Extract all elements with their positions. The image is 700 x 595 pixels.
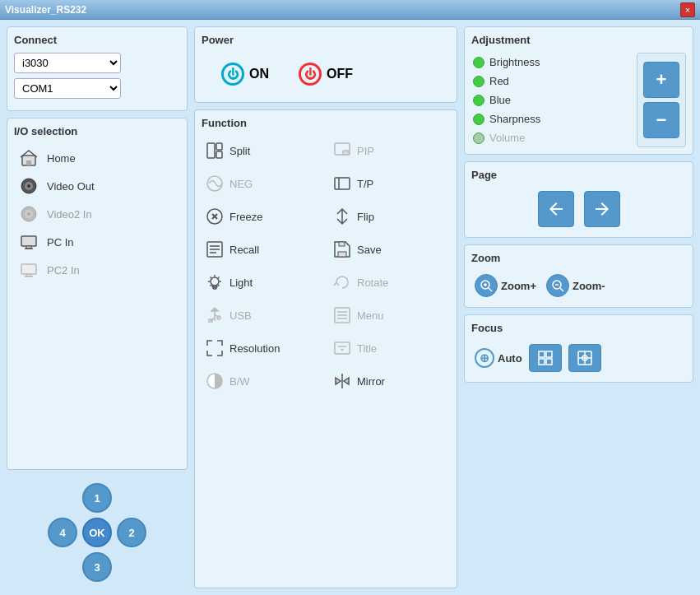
func-item-resolution[interactable]: Resolution xyxy=(202,333,322,363)
device-select[interactable]: i3030 xyxy=(14,53,121,73)
function-section: Function SplitPIPNEGT/PFreezeFlipRecallS… xyxy=(194,109,457,588)
func-label-light: Light xyxy=(229,277,253,289)
io-pcin[interactable]: PC In xyxy=(14,228,180,256)
power-on-button[interactable]: ⏻ ON xyxy=(215,59,276,89)
zoom-plus-button[interactable]: Zoom+ xyxy=(475,274,536,297)
svg-rect-14 xyxy=(207,143,215,158)
adjustment-section: Adjustment BrightnessRedBlueSharpnessVol… xyxy=(464,26,693,155)
brightness-label: Brightness xyxy=(489,56,540,68)
zoom-minus-button[interactable]: Zoom- xyxy=(546,274,605,297)
func-item-save[interactable]: Save xyxy=(329,235,450,264)
func-item-flip[interactable]: Flip xyxy=(329,202,450,231)
func-item-menu: Menu xyxy=(329,300,450,330)
func-item-tp[interactable]: T/P xyxy=(329,169,450,198)
func-label-neg: NEG xyxy=(229,178,253,190)
adj-items: BrightnessRedBlueSharpnessVolume xyxy=(471,53,630,147)
svg-rect-49 xyxy=(335,342,350,354)
io-home-label: Home xyxy=(47,152,76,165)
zoom-section: Zoom Zoom+ xyxy=(464,244,693,308)
func-item-neg: NEG xyxy=(202,169,322,198)
power-title: Power xyxy=(202,34,450,46)
func-label-split: Split xyxy=(229,145,250,157)
page-next-button[interactable] xyxy=(584,191,620,227)
volume-dot xyxy=(473,132,484,144)
focus-title: Focus xyxy=(471,322,686,334)
title-bar: Visualizer_RS232 × xyxy=(0,0,700,20)
func-label-rotate: Rotate xyxy=(357,277,388,289)
adj-item-brightness: Brightness xyxy=(471,53,630,72)
svg-line-54 xyxy=(489,288,492,291)
port-select[interactable]: COM1 xyxy=(14,78,121,99)
nav-btn-4[interactable]: 4 xyxy=(48,518,77,547)
func-item-mirror[interactable]: Mirror xyxy=(329,366,450,396)
adj-plus-button[interactable]: + xyxy=(643,62,679,98)
red-dot xyxy=(473,76,484,87)
io-video2in[interactable]: Video2 In xyxy=(14,200,180,228)
pcin-icon xyxy=(17,233,40,251)
red-label: Red xyxy=(489,75,509,87)
io-pc2in-label: PC2 In xyxy=(47,264,80,277)
nav-btn-ok[interactable]: OK xyxy=(82,518,112,547)
io-pcin-label: PC In xyxy=(47,236,74,249)
split-icon xyxy=(205,141,225,160)
zoom-minus-label: Zoom- xyxy=(573,280,605,292)
resolution-icon xyxy=(205,338,225,358)
svg-rect-20 xyxy=(335,178,350,189)
adj-minus-button[interactable]: − xyxy=(643,102,679,138)
pc2in-icon xyxy=(17,261,40,279)
save-icon xyxy=(332,239,352,259)
focus-auto-button[interactable]: ⊕ Auto xyxy=(475,348,522,368)
svg-rect-39 xyxy=(213,287,216,289)
func-item-split[interactable]: Split xyxy=(202,136,322,165)
close-button[interactable]: × xyxy=(680,2,695,17)
brightness-dot xyxy=(473,57,484,68)
connect-title: Connect xyxy=(14,34,180,46)
recall-icon xyxy=(205,239,225,259)
tp-icon xyxy=(332,174,352,193)
title-icon xyxy=(332,338,352,358)
svg-rect-27 xyxy=(338,252,346,257)
svg-rect-1 xyxy=(26,160,31,165)
focus-auto-icon: ⊕ xyxy=(475,348,494,368)
func-item-freeze[interactable]: Freeze xyxy=(202,202,322,231)
func-label-recall: Recall xyxy=(229,244,259,256)
svg-line-34 xyxy=(211,277,212,279)
focus-btn-2[interactable] xyxy=(568,344,601,372)
menu-icon xyxy=(332,305,352,325)
svg-line-35 xyxy=(218,285,220,286)
func-item-light[interactable]: Light xyxy=(202,267,322,297)
io-home[interactable]: Home xyxy=(14,144,180,172)
adj-item-sharpness: Sharpness xyxy=(471,109,630,128)
svg-rect-60 xyxy=(539,351,545,357)
power-off-icon: ⏻ xyxy=(299,63,322,86)
svg-rect-11 xyxy=(21,264,36,274)
pip-icon xyxy=(332,141,352,160)
io-videoout-label: Video Out xyxy=(47,180,95,193)
focus-btn-1[interactable] xyxy=(529,344,562,372)
zoom-plus-icon xyxy=(475,274,498,297)
func-label-save: Save xyxy=(357,244,382,256)
adj-item-volume: Volume xyxy=(471,128,630,147)
page-title: Page xyxy=(471,169,686,181)
nav-btn-2[interactable]: 2 xyxy=(117,518,146,547)
func-label-b/w: B/W xyxy=(229,375,250,388)
nav-btn-3[interactable]: 3 xyxy=(82,552,112,582)
power-off-button[interactable]: ⏻ OFF xyxy=(292,59,359,89)
func-item-usb: USB xyxy=(202,300,322,330)
io-pc2in[interactable]: PC2 In xyxy=(14,256,180,284)
nav-btn-1[interactable]: 1 xyxy=(82,483,112,513)
neg-icon xyxy=(205,174,225,193)
func-item-recall[interactable]: Recall xyxy=(202,235,322,264)
sharpness-dot xyxy=(473,114,484,125)
svg-point-29 xyxy=(211,277,219,286)
io-videoout[interactable]: Video Out xyxy=(14,172,180,200)
bw-icon xyxy=(205,371,225,391)
func-label-usb: USB xyxy=(229,309,252,322)
page-prev-button[interactable] xyxy=(538,191,574,227)
page-section: Page xyxy=(464,161,693,238)
home-icon xyxy=(17,149,40,167)
zoom-title: Zoom xyxy=(471,252,686,264)
window-title: Visualizer_RS232 xyxy=(5,4,86,16)
volume-label: Volume xyxy=(489,132,525,144)
flip-icon xyxy=(332,207,352,226)
